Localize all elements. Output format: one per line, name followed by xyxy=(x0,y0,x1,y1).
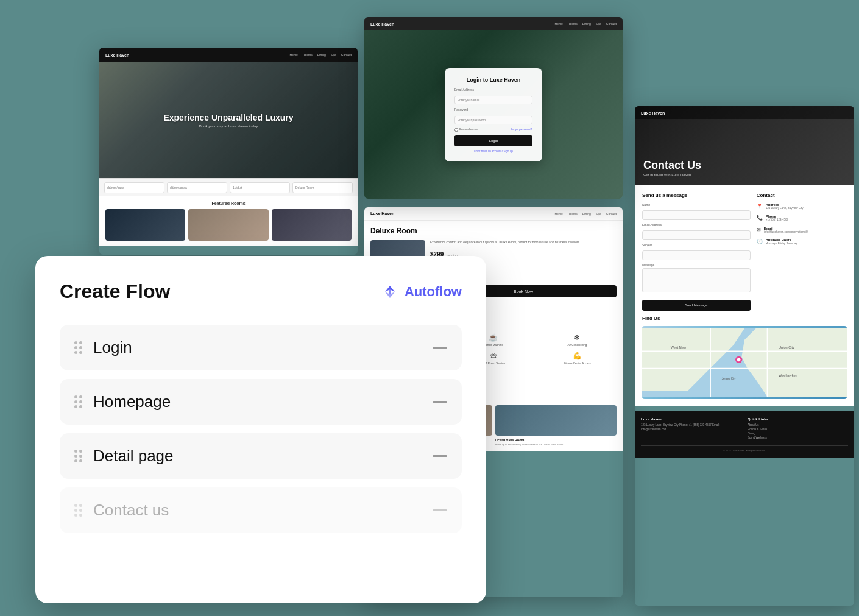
guests-field[interactable] xyxy=(230,182,290,193)
login-navbar: Luxe Haven Home Rooms Dining Spa Contact xyxy=(364,17,623,30)
map-section[interactable]: West New Union City Jersey City Weehawke… xyxy=(642,326,847,399)
homepage-hero-subtitle: Book your stay at Luxe Haven today xyxy=(163,124,293,128)
contact-email: ✉ Email info@luxehaven.com reservations@ xyxy=(757,227,847,234)
ocean-room-image xyxy=(495,405,617,436)
homepage-rooms: Featured Rooms xyxy=(99,196,358,246)
detail-navbar: Luxe Haven Home Rooms Dining Spa Contact xyxy=(364,207,623,221)
flow-item-collapse-detail[interactable] xyxy=(433,455,447,457)
homepage-hero: Experience Unparalleled Luxury Book your… xyxy=(99,62,358,178)
room-type-field[interactable] xyxy=(292,182,353,193)
footer-link-about[interactable]: About Us xyxy=(748,423,848,427)
password-label: Password xyxy=(454,108,532,112)
flow-item-collapse-homepage[interactable] xyxy=(433,401,447,403)
flow-item-label-contact: Contact us xyxy=(93,501,433,520)
email-input[interactable] xyxy=(454,96,532,104)
footer-brand-title: Luxe Haven xyxy=(641,417,741,421)
flow-item-label-detail: Detail page xyxy=(93,447,433,466)
screenshot-homepage: Luxe Haven Home Rooms Dining Spa Contact… xyxy=(99,48,358,255)
create-flow-title: Create Flow xyxy=(60,280,170,303)
flow-item-contact[interactable]: Contact us xyxy=(60,487,462,533)
business-value: Monday - Friday Saturday xyxy=(766,242,797,246)
contact-hero-title: Contact Us xyxy=(643,159,701,172)
location-icon: 📍 xyxy=(757,204,763,209)
signup-prompt: Don't have an account? Sign up xyxy=(454,150,532,153)
login-options: Remember me Forgot password? xyxy=(454,128,532,132)
login-button[interactable]: Login xyxy=(454,135,532,146)
contact-hero-sub: Get in touch with Luxe Haven xyxy=(643,173,691,177)
footer-links-title: Quick Links xyxy=(748,417,848,421)
flow-item-collapse-login[interactable] xyxy=(433,347,447,349)
checkin-field[interactable] xyxy=(104,182,164,193)
footer-link-rooms[interactable]: Rooms & Suites xyxy=(748,428,848,431)
amenity-ac: ❄ Air Conditioning xyxy=(538,333,617,347)
drag-handle-login xyxy=(74,341,82,354)
flow-item-login[interactable]: Login xyxy=(60,325,462,370)
form-email-label: Email Address xyxy=(642,223,751,227)
remember-me: Remember me xyxy=(454,128,478,132)
email-contact-value: info@luxehaven.com reservations@ xyxy=(764,230,808,234)
send-message-title: Send us a message xyxy=(642,193,751,198)
contact-brand: Luxe Haven xyxy=(641,111,665,115)
rooms-grid xyxy=(105,209,352,241)
login-card: Login to Luxe Haven Email Address Passwo… xyxy=(445,68,542,161)
password-input[interactable] xyxy=(454,116,532,124)
room-card-3[interactable] xyxy=(272,209,352,241)
detail-room-title: Deluxe Room xyxy=(370,227,617,235)
form-message-label: Message xyxy=(642,263,751,267)
homepage-navbar: Luxe Haven Home Rooms Dining Spa Contact xyxy=(99,48,358,62)
contact-hero: Luxe Haven Contact Us Get in touch with … xyxy=(635,106,854,185)
email-label: Email Address xyxy=(454,88,532,91)
svg-text:Weehawken: Weehawken xyxy=(779,373,797,377)
footer-link-dining[interactable]: Dining xyxy=(748,432,848,435)
footer-links-col: Quick Links About Us Rooms & Suites Dini… xyxy=(748,417,848,441)
footer-brand-col: Luxe Haven 123 Luxury Lane, Bayview City… xyxy=(641,417,741,441)
nav-contact: Contact xyxy=(341,53,352,57)
address-value: 123 Luxury Lane, Bayview City xyxy=(766,207,804,210)
svg-text:West New: West New xyxy=(671,345,687,349)
svg-text:Jersey City: Jersey City xyxy=(722,377,737,380)
svg-text:Union City: Union City xyxy=(779,345,794,349)
autoflow-brand: Autoflow xyxy=(380,282,462,302)
room-card-2[interactable] xyxy=(188,209,268,241)
form-email-input[interactable] xyxy=(642,230,751,240)
find-us-title: Find Us xyxy=(642,316,847,321)
footer-link-spa[interactable]: Spa & Wellness xyxy=(748,436,848,439)
footer-address-text: 123 Luxury Lane, Bayview City Phone: +1 … xyxy=(641,423,741,432)
contact-form-section: Send us a message Name Email Address Sub… xyxy=(642,193,751,311)
nav-home: Home xyxy=(289,53,297,57)
featured-rooms-title: Featured Rooms xyxy=(105,201,352,205)
contact-body: Send us a message Name Email Address Sub… xyxy=(635,185,854,406)
phone-icon: 📞 xyxy=(757,215,763,221)
login-nav-links: Home Rooms Dining Spa Contact xyxy=(554,22,617,26)
flow-item-homepage[interactable]: Homepage xyxy=(60,379,462,425)
contact-two-col: Send us a message Name Email Address Sub… xyxy=(642,193,847,311)
create-flow-panel: Create Flow Autoflow Login Homepage xyxy=(35,256,486,603)
flow-item-detail[interactable]: Detail page xyxy=(60,433,462,479)
send-message-button[interactable]: Send Message xyxy=(642,300,751,311)
nav-dining: Dining xyxy=(317,53,326,57)
form-subject-input[interactable] xyxy=(642,250,751,260)
nav-spa: Spa xyxy=(331,53,336,57)
form-name-input[interactable] xyxy=(642,210,751,220)
autoflow-label: Autoflow xyxy=(405,284,462,300)
screenshot-login: Luxe Haven Home Rooms Dining Spa Contact… xyxy=(364,17,623,199)
detail-nav-links: Home Rooms Dining Spa Contact xyxy=(554,212,617,216)
contact-address: 📍 Address 123 Luxury Lane, Bayview City xyxy=(757,203,847,210)
contact-hours: 🕐 Business Hours Monday - Friday Saturda… xyxy=(757,238,847,246)
autoflow-icon xyxy=(380,282,400,302)
homepage-brand: Luxe Haven xyxy=(105,53,129,57)
contact-footer: Luxe Haven 123 Luxury Lane, Bayview City… xyxy=(635,411,854,458)
forgot-password[interactable]: Forgot password? xyxy=(511,128,532,131)
drag-handle-detail xyxy=(74,450,82,462)
checkout-field[interactable] xyxy=(167,182,227,193)
email-icon: ✉ xyxy=(757,227,761,233)
room-card-1[interactable] xyxy=(105,209,185,241)
clock-icon: 🕐 xyxy=(757,239,763,244)
form-message-input[interactable] xyxy=(642,268,751,292)
flow-item-collapse-contact[interactable] xyxy=(433,509,447,511)
map-roads: West New Union City Jersey City Weehawke… xyxy=(642,326,847,399)
login-title: Login to Luxe Haven xyxy=(454,77,532,83)
detail-brand: Luxe Haven xyxy=(370,211,394,216)
svg-point-8 xyxy=(737,358,741,362)
homepage-search-bar xyxy=(99,178,358,196)
